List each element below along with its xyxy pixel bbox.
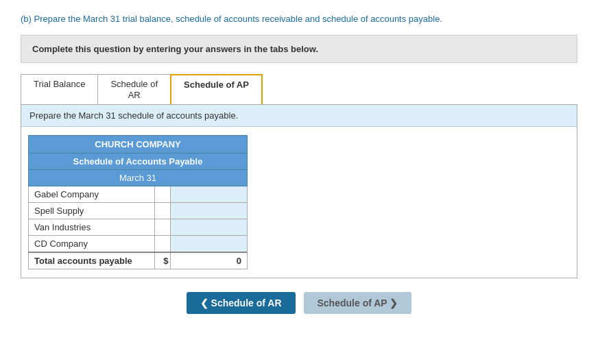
row-input-0[interactable]: [170, 186, 247, 203]
table-row: Van Industries: [29, 219, 248, 236]
tabs-row: Trial Balance Schedule ofAR Schedule of …: [21, 74, 577, 105]
row-dollar-2: [155, 219, 170, 236]
tab-content: Prepare the March 31 schedule of account…: [21, 105, 577, 278]
row-label-3: CD Company: [29, 236, 155, 253]
table-container: CHURCH COMPANY Schedule of Accounts Paya…: [21, 127, 577, 278]
input-gabel[interactable]: [176, 189, 241, 199]
total-dollar: $: [155, 252, 170, 269]
nav-buttons: Schedule of AR Schedule of AP: [21, 292, 577, 314]
table-row: Spell Supply: [29, 203, 248, 219]
row-input-1[interactable]: [170, 203, 247, 219]
schedule-title: Schedule of Accounts Payable: [29, 154, 248, 170]
total-row: Total accounts payable $ 0: [29, 252, 248, 269]
question-text: (b) Prepare the March 31 trial balance, …: [21, 14, 577, 24]
company-name-row: CHURCH COMPANY: [29, 136, 248, 154]
total-value: 0: [170, 252, 247, 269]
prev-button[interactable]: Schedule of AR: [187, 292, 296, 314]
input-cd[interactable]: [176, 239, 241, 249]
next-button[interactable]: Schedule of AP: [304, 292, 412, 314]
tab-instruction: Prepare the March 31 schedule of account…: [21, 105, 577, 127]
row-label-1: Spell Supply: [29, 203, 155, 219]
company-name: CHURCH COMPANY: [29, 136, 248, 154]
row-input-2[interactable]: [170, 219, 247, 236]
tab-schedule-ap[interactable]: Schedule of AP: [170, 74, 263, 104]
ap-date: March 31: [29, 170, 248, 186]
tab-trial-balance[interactable]: Trial Balance: [21, 74, 98, 104]
row-label-2: Van Industries: [29, 219, 155, 236]
input-spell[interactable]: [176, 206, 241, 216]
row-dollar-1: [155, 203, 170, 219]
tab-schedule-ar[interactable]: Schedule ofAR: [97, 74, 171, 104]
row-input-3[interactable]: [170, 236, 247, 253]
row-dollar-3: [155, 236, 170, 253]
schedule-title-row: Schedule of Accounts Payable: [29, 154, 248, 170]
instruction-box: Complete this question by entering your …: [21, 35, 577, 63]
ap-table: CHURCH COMPANY Schedule of Accounts Paya…: [28, 135, 248, 269]
total-label: Total accounts payable: [29, 252, 155, 269]
table-row: Gabel Company: [29, 186, 248, 203]
table-row: CD Company: [29, 236, 248, 253]
date-row: March 31: [29, 170, 248, 186]
input-van[interactable]: [176, 222, 241, 232]
row-label-0: Gabel Company: [29, 186, 155, 203]
row-dollar-0: [155, 186, 170, 203]
